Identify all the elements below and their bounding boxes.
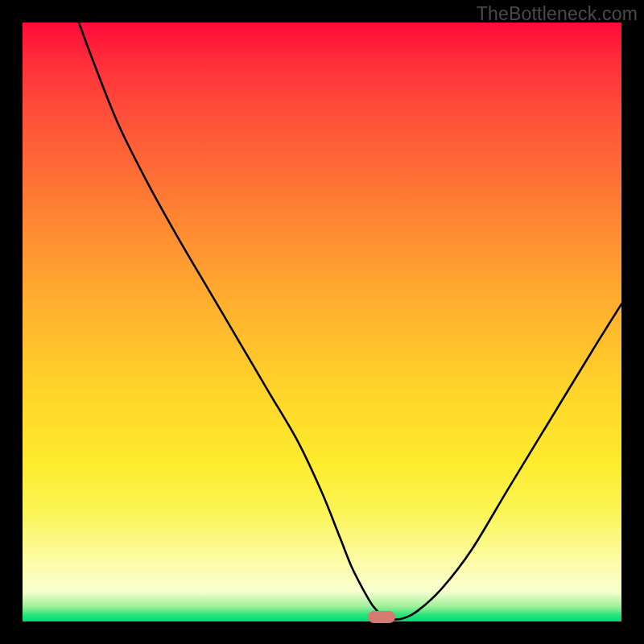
chart-frame: TheBottleneck.com bbox=[0, 0, 644, 644]
optimal-marker bbox=[368, 611, 395, 623]
watermark-text: TheBottleneck.com bbox=[477, 3, 638, 25]
bottleneck-curve bbox=[23, 23, 621, 621]
plot-area bbox=[23, 23, 621, 621]
curve-path bbox=[79, 23, 621, 620]
